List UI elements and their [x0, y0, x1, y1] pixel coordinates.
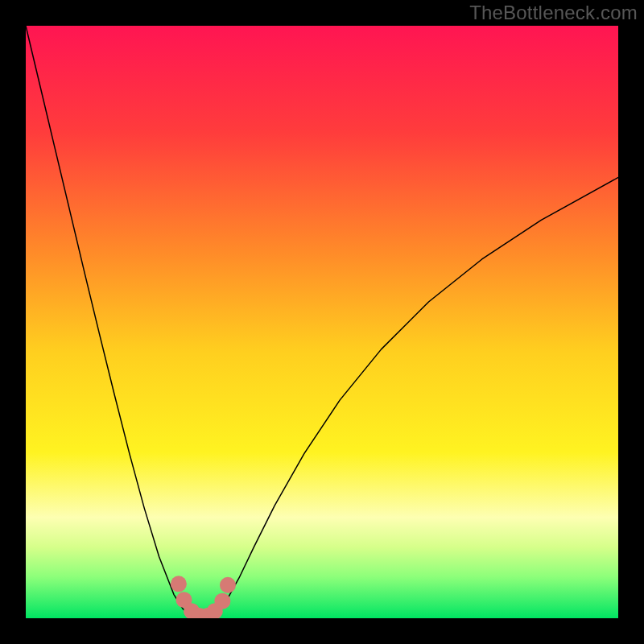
watermark-text: TheBottleneck.com — [469, 2, 638, 24]
marker-dot — [220, 577, 236, 593]
marker-dot — [214, 593, 230, 609]
chart-canvas: TheBottleneck.com — [0, 0, 644, 644]
chart-svg — [26, 26, 618, 618]
plot-area — [26, 26, 618, 618]
marker-dot — [171, 576, 187, 592]
chart-background — [26, 26, 618, 618]
